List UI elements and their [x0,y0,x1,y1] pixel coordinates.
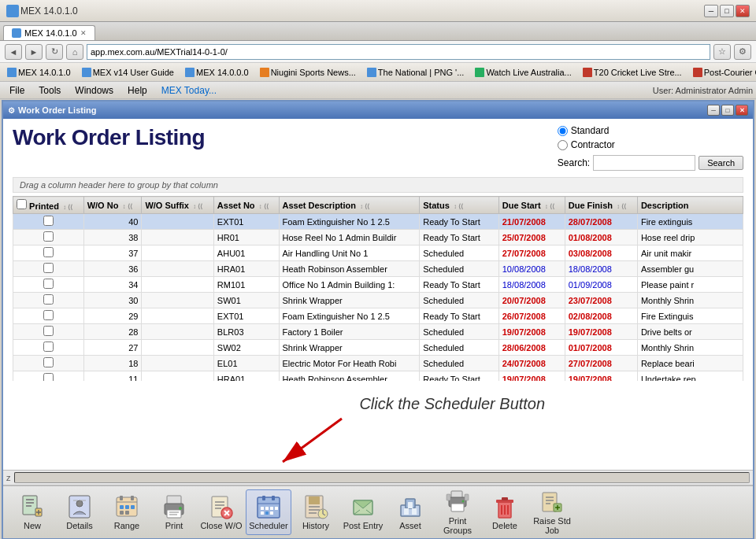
address-input[interactable] [87,44,710,60]
col-header-printed[interactable]: Printed ↕ ⟨⟨ [13,197,84,214]
col-header-status[interactable]: Status ↕ ⟨⟨ [420,197,499,214]
win-minimize-btn[interactable]: ─ [707,105,720,116]
svg-rect-15 [120,496,123,500]
row-checkbox[interactable] [43,279,54,289]
row-checkbox[interactable] [43,263,54,273]
cell-duefinish: 01/08/2008 [565,230,637,246]
range-button[interactable]: Range [104,489,150,535]
row-checkbox[interactable] [43,247,54,257]
star-icon[interactable]: ☆ [713,44,731,60]
row-checkbox[interactable] [43,357,54,367]
col-header-suffix[interactable]: W/O Suffix ↕ ⟨⟨ [142,197,213,214]
cell-suffix [142,246,213,261]
row-checkbox[interactable] [43,216,54,226]
col-header-assetno[interactable]: Asset No ↕ ⟨⟨ [213,197,279,214]
scheduler-button[interactable]: Scheduler [246,489,291,535]
page-header: Work Order Listing Standard Contractor S… [13,125,743,171]
table-row[interactable]: 18 EL01 Electric Motor For Heath Robi Sc… [13,356,743,371]
bookmark-t20[interactable]: T20 Cricket Live Stre... [579,66,686,79]
col-header-desc[interactable]: Description [637,197,743,214]
col-header-duefinish[interactable]: Due Finish ↕ ⟨⟨ [565,197,637,214]
details-button[interactable]: Details [57,489,102,535]
cell-duestart: 26/07/2008 [498,308,565,324]
row-checkbox[interactable] [43,341,54,352]
menu-mextoday[interactable]: MEX Today... [155,83,223,98]
search-button[interactable]: Search [699,156,743,170]
back-button[interactable]: ◄ [5,44,22,60]
row-checkbox[interactable] [43,310,54,320]
bookmark-mex14[interactable]: MEX 14.0.1.0 [3,66,75,79]
cell-assetdesc: Shrink Wrapper [279,340,420,356]
close-wo-button[interactable]: Close W/O [198,489,244,535]
annotation-arrow [3,403,753,470]
win-restore-btn[interactable]: □ [721,105,734,116]
print-button[interactable]: Print [151,489,197,535]
delete-icon [492,494,517,519]
asset-button[interactable]: Asset [387,489,433,535]
tab-close-icon[interactable]: ✕ [80,29,87,37]
table-row[interactable]: 27 SW02 Shrink Wrapper Scheduled 28/06/2… [13,340,743,356]
table-row[interactable]: 11 HRA01 Heath Robinson Assembler Ready … [13,371,743,382]
svg-rect-3 [26,499,34,500]
svg-point-25 [179,507,182,510]
menu-file[interactable]: File [3,83,31,98]
history-button[interactable]: History [293,489,339,535]
forward-button[interactable]: ► [25,44,43,60]
bookmark-national[interactable]: The National | PNG '... [363,66,469,79]
work-order-table: Printed ↕ ⟨⟨ W/O No ↕ ⟨⟨ W/O Suffix ↕ ⟨⟨… [13,196,743,381]
horizontal-scrollbar[interactable] [14,472,750,483]
refresh-button[interactable]: ↻ [46,44,63,60]
bookmark-mex1400[interactable]: MEX 14.0.0.0 [181,66,253,79]
browser-titlebar: MEX 14.0.1.0 ─ □ ✕ [0,0,756,22]
row-checkbox[interactable] [43,231,54,242]
browser-tab-mex[interactable]: MEX 14.0.1.0 ✕ [3,25,95,40]
table-row[interactable]: 29 EXT01 Foam Extinguisher No 1 2.5 Read… [13,308,743,324]
table-row[interactable]: 28 BLR03 Factory 1 Boiler Scheduled 19/0… [13,324,743,340]
col-header-assetdesc[interactable]: Asset Description ↕ ⟨⟨ [279,197,420,214]
win-close-btn[interactable]: ✕ [736,105,748,116]
tools-icon[interactable]: ⚙ [734,44,751,60]
post-entry-button[interactable]: Post Entry [340,489,386,535]
menu-tools[interactable]: Tools [32,83,67,98]
table-row[interactable]: 40 EXT01 Foam Extinguisher No 1 2.5 Read… [13,214,743,230]
radio-standard[interactable]: Standard [558,125,743,136]
row-checkbox[interactable] [43,373,54,381]
new-button[interactable]: New [9,489,55,535]
cell-description: Please paint r [637,277,743,293]
bookmark-postcourier[interactable]: Post-Courier Online [689,66,756,79]
cell-duefinish: 19/07/2008 [565,324,637,340]
svg-rect-47 [309,497,320,504]
minimize-button[interactable]: ─ [704,5,718,17]
bookmark-niugini[interactable]: Niugini Sports News... [256,66,360,79]
table-row[interactable]: 38 HR01 Hose Reel No 1 Admin Buildir Rea… [13,230,743,246]
row-checkbox[interactable] [43,326,54,336]
row-checkbox[interactable] [43,294,54,305]
cell-printed [13,293,84,308]
cell-duestart: 20/07/2008 [498,293,565,308]
cell-duefinish: 28/07/2008 [565,214,637,230]
radio-contractor[interactable]: Contractor [558,139,743,150]
raise-std-job-button[interactable]: Raise Std Job [529,489,575,535]
search-input[interactable] [593,155,695,171]
col-header-duestart[interactable]: Due Start ↕ ⟨⟨ [498,197,565,214]
table-row[interactable]: 30 SW01 Shrink Wrapper Scheduled 20/07/2… [13,293,743,308]
svg-rect-24 [167,510,181,518]
menu-windows[interactable]: Windows [69,83,120,98]
cell-assetdesc: Foam Extinguisher No 1 2.5 [279,214,420,230]
print-groups-label: Print Groups [435,516,480,535]
table-row[interactable]: 34 RM101 Office No 1 Admin Building 1: R… [13,277,743,293]
col-header-wono[interactable]: W/O No ↕ ⟨⟨ [83,197,142,214]
home-button[interactable]: ⌂ [66,44,83,60]
close-button[interactable]: ✕ [736,5,750,17]
table-row[interactable]: 37 AHU01 Air Handling Unit No 1 Schedule… [13,246,743,261]
svg-rect-17 [120,505,124,509]
bookmark-watch[interactable]: Watch Live Australia... [471,66,575,79]
maximize-button[interactable]: □ [720,5,734,17]
menu-help[interactable]: Help [121,83,154,98]
select-all-checkbox[interactable] [17,199,27,209]
table-row[interactable]: 36 HRA01 Heath Robinson Assembler Schedu… [13,261,743,277]
bookmark-userguide[interactable]: MEX v14 User Guide [78,66,178,79]
delete-button[interactable]: Delete [482,489,528,535]
cell-assetno: EXT01 [213,308,279,324]
print-groups-button[interactable]: Print Groups [435,489,480,535]
